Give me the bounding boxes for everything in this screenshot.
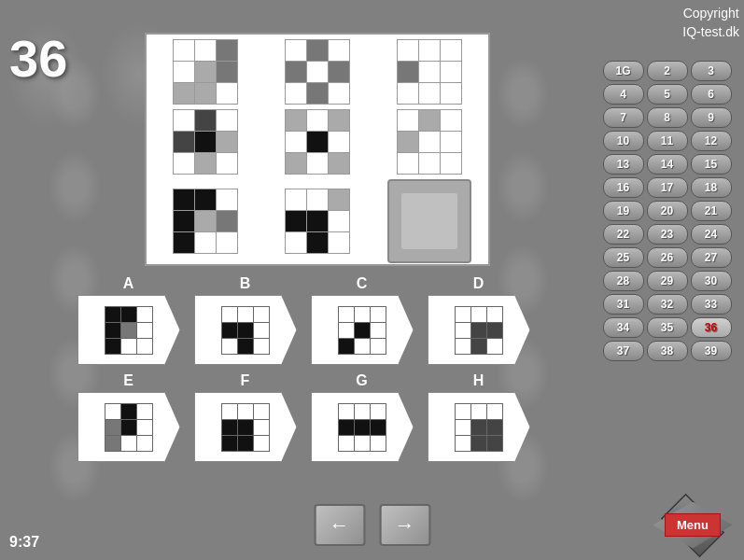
number-btn-20[interactable]: 20 [647,201,688,221]
number-btn-35[interactable]: 35 [647,317,688,338]
puzzle-cell-4 [151,109,259,175]
answer-card-C[interactable] [311,295,414,365]
number-btn-34[interactable]: 34 [603,317,644,338]
number-btn-36[interactable]: 36 [691,317,732,338]
answer-option-H[interactable]: H [425,372,532,462]
menu-button[interactable]: Menu [665,513,721,537]
menu-button-container: Menu [651,499,735,551]
number-btn-21[interactable]: 21 [691,201,732,221]
puzzle-cell-1 [151,39,259,105]
number-btn-3[interactable]: 3 [691,61,732,81]
answer-label-C: C [357,275,368,292]
puzzle-cell-8 [263,179,371,263]
puzzle-cell-5 [263,109,371,175]
answer-card-F[interactable] [194,392,297,462]
answer-card-D[interactable] [428,295,530,365]
answer-card-B[interactable] [194,295,297,365]
question-number: 36 [9,28,67,89]
answer-label-H: H [473,372,484,389]
puzzle-cell-3 [376,39,484,105]
number-btn-31[interactable]: 31 [603,294,644,315]
number-btn-23[interactable]: 23 [647,224,688,245]
answer-option-C[interactable]: C [308,275,415,365]
puzzle-area [145,33,490,266]
number-btn-28[interactable]: 28 [603,271,644,291]
number-btn-29[interactable]: 29 [647,271,688,291]
number-btn-18[interactable]: 18 [691,177,732,198]
answer-label-F: F [241,372,250,389]
back-button[interactable]: ← [314,504,365,546]
number-btn-13[interactable]: 13 [603,154,644,175]
answer-option-G[interactable]: G [308,372,415,462]
number-btn-7[interactable]: 7 [603,107,644,128]
answer-label-A: A [123,275,134,292]
answer-label-G: G [356,372,367,389]
number-grid: 1G 2 3 4 5 6 7 8 9 10 11 12 13 14 15 16 … [595,61,739,364]
puzzle-cell-2 [263,39,371,105]
number-btn-11[interactable]: 11 [647,131,688,151]
number-btn-24[interactable]: 24 [691,224,732,245]
answer-option-F[interactable]: F [191,372,299,462]
number-btn-8[interactable]: 8 [647,107,688,128]
answer-card-A[interactable] [77,295,180,365]
number-btn-12[interactable]: 12 [691,131,732,151]
number-btn-37[interactable]: 37 [603,341,644,361]
answer-card-G[interactable] [311,392,414,462]
number-btn-32[interactable]: 32 [647,294,688,315]
number-btn-10[interactable]: 10 [603,131,644,151]
forward-button[interactable]: → [379,504,430,546]
copyright: Copyright IQ-test.dk [682,5,739,41]
number-btn-17[interactable]: 17 [647,177,688,198]
number-btn-26[interactable]: 26 [647,247,688,268]
answer-option-B[interactable]: B [191,275,299,365]
number-btn-4[interactable]: 4 [603,84,644,105]
number-btn-15[interactable]: 15 [691,154,732,175]
number-btn-2[interactable]: 2 [647,61,688,81]
number-btn-6[interactable]: 6 [691,84,732,105]
menu-diamond[interactable]: Menu [651,499,735,551]
answer-option-A[interactable]: A [75,275,182,365]
number-btn-30[interactable]: 30 [691,271,732,291]
puzzle-cell-6 [376,109,484,175]
number-btn-22[interactable]: 22 [603,224,644,245]
number-btn-39[interactable]: 39 [691,341,732,361]
number-btn-9[interactable]: 9 [691,107,732,128]
number-btn-16[interactable]: 16 [603,177,644,198]
puzzle-cell-9-missing [376,179,484,263]
number-btn-25[interactable]: 25 [603,247,644,268]
number-btn-27[interactable]: 27 [691,247,732,268]
answer-label-D: D [473,275,484,292]
answers-section: A B [75,275,560,469]
number-btn-1G[interactable]: 1G [603,61,644,81]
answer-label-E: E [123,372,133,389]
puzzle-cell-7 [151,179,259,263]
number-btn-33[interactable]: 33 [691,294,732,315]
number-btn-5[interactable]: 5 [647,84,688,105]
answer-card-E[interactable] [77,392,180,462]
timer: 9:37 [9,534,39,551]
answer-option-D[interactable]: D [425,275,532,365]
number-btn-19[interactable]: 19 [603,201,644,221]
nav-buttons: ← → [314,504,430,546]
number-btn-14[interactable]: 14 [647,154,688,175]
answer-option-E[interactable]: E [75,372,182,462]
answer-card-H[interactable] [428,392,530,462]
answer-label-B: B [240,275,251,292]
number-btn-38[interactable]: 38 [647,341,688,361]
